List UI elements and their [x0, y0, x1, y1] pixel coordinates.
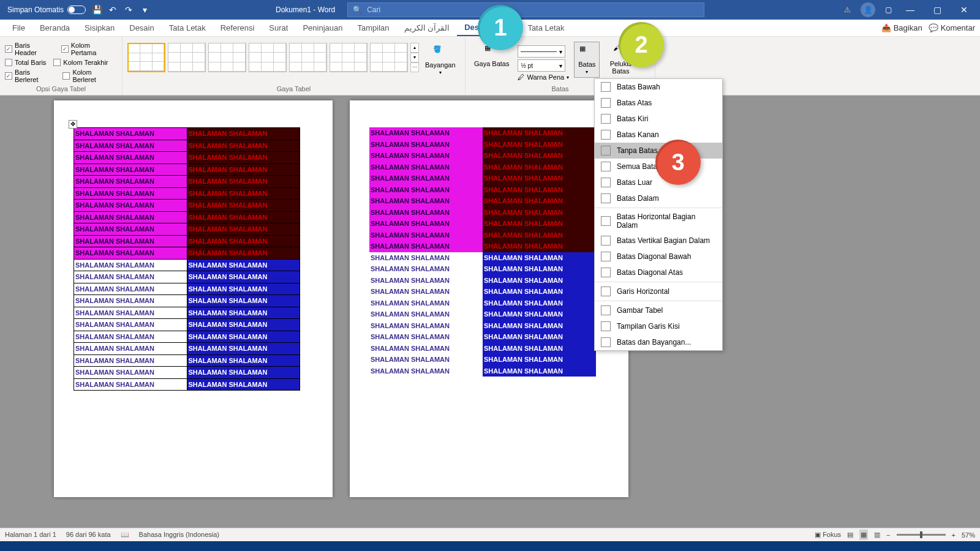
border-option-icon: [601, 252, 611, 261]
pen-color-button[interactable]: 🖊Warna Pena▾: [518, 73, 569, 81]
style-thumb[interactable]: [249, 43, 287, 72]
callout-badge-1: 1: [478, 5, 523, 50]
chk-total-baris[interactable]: Total Baris: [5, 59, 46, 66]
warning-icon[interactable]: ⚠: [844, 6, 851, 14]
save-icon[interactable]: 💾: [92, 5, 102, 15]
toggle-switch-icon[interactable]: [67, 6, 86, 14]
customize-qat-icon[interactable]: ▾: [140, 5, 149, 15]
read-mode-icon[interactable]: ▤: [847, 531, 853, 539]
table-move-handle[interactable]: ✥: [69, 120, 77, 129]
border-option-icon: [601, 287, 611, 296]
dd-item[interactable]: Batas dan Bayangan...: [595, 334, 722, 350]
border-option-icon: [601, 98, 611, 108]
tab-tata-letak[interactable]: Tata Letak: [520, 20, 571, 36]
autosave-label: Simpan Otomatis: [7, 6, 64, 14]
zoom-slider[interactable]: [897, 534, 946, 536]
dd-item[interactable]: Batas Vertikal Bagian Dalam: [595, 233, 722, 249]
comments-button[interactable]: 💬 Komentar: [929, 23, 975, 32]
gallery-up-icon[interactable]: ▴: [410, 43, 419, 53]
autosave-toggle[interactable]: Simpan Otomatis: [7, 6, 86, 14]
tab-surat[interactable]: Surat: [262, 20, 295, 36]
page-indicator[interactable]: Halaman 1 dari 1: [5, 531, 56, 539]
ribbon-display-icon[interactable]: ▢: [885, 6, 892, 14]
zoom-in-icon[interactable]: +: [952, 531, 956, 539]
language-indicator[interactable]: Bahasa Inggris (Indonesia): [139, 531, 219, 539]
share-button[interactable]: 📤 Bagikan: [881, 23, 922, 32]
group-label-styles: Gaya Tabel: [127, 85, 460, 94]
undo-icon[interactable]: ↶: [108, 5, 118, 15]
chk-baris-header[interactable]: Baris Header: [5, 42, 54, 56]
zoom-level[interactable]: 57%: [962, 531, 975, 539]
dd-item[interactable]: Batas Dalam: [595, 190, 722, 206]
chk-kolom-terakhir[interactable]: Kolom Terakhir: [53, 59, 108, 66]
spellcheck-icon[interactable]: 📖: [121, 531, 129, 539]
style-thumb[interactable]: [289, 43, 327, 72]
gallery-more-icon[interactable]: ⋯: [410, 62, 419, 72]
chk-kolom-berleret[interactable]: Kolom Berleret: [62, 69, 117, 83]
account-avatar[interactable]: 👤: [861, 2, 875, 17]
style-thumb[interactable]: [208, 43, 246, 72]
borders-button[interactable]: ▦ Batas▾: [574, 42, 600, 78]
tab-file[interactable]: File: [5, 20, 32, 36]
dd-item[interactable]: Garis Horizontal: [595, 283, 722, 299]
style-thumb[interactable]: [330, 43, 368, 72]
tab-referensi[interactable]: Referensi: [213, 20, 262, 36]
print-layout-icon[interactable]: ▦: [859, 530, 868, 540]
border-option-icon: [601, 130, 611, 140]
dd-item[interactable]: Batas Kiri: [595, 111, 722, 127]
dd-item[interactable]: Batas Kanan: [595, 127, 722, 143]
border-option-icon: [601, 193, 611, 203]
border-option-icon: [601, 321, 611, 331]
maximize-button[interactable]: ▢: [929, 5, 946, 15]
border-option-icon: [601, 178, 611, 187]
dd-item[interactable]: Batas Atas: [595, 95, 722, 111]
focus-mode[interactable]: ▣ Fokus: [815, 531, 841, 539]
tab-sisipkan[interactable]: Sisipkan: [77, 20, 122, 36]
border-option-icon: [601, 162, 611, 171]
dd-item[interactable]: Batas Horizontal Bagian Dalam: [595, 209, 722, 233]
tab-tampilan[interactable]: Tampilan: [350, 20, 397, 36]
page-2: SHALAMAN SHALAMANSHALAMAN SHALAMANSHALAM…: [350, 100, 628, 497]
dd-item[interactable]: Batas Diagonal Bawah: [595, 249, 722, 264]
style-thumb[interactable]: [127, 43, 165, 72]
dd-item[interactable]: Batas Bawah: [595, 79, 722, 95]
table-styles-gallery[interactable]: ▴▾⋯ 🪣 Bayangan▾: [127, 39, 460, 78]
table-1[interactable]: SHALAMAN SHALAMANSHALAMAN SHALAMANSHALAM…: [74, 127, 300, 391]
search-icon: 🔍: [353, 6, 362, 14]
chk-kolom-pertama[interactable]: Kolom Pertama: [61, 42, 117, 56]
document-area: ✥ SHALAMAN SHALAMANSHALAMAN SHALAMANSHAL…: [0, 96, 980, 531]
zoom-out-icon[interactable]: −: [886, 531, 890, 539]
search-placeholder: Cari: [367, 6, 380, 14]
minimize-button[interactable]: —: [902, 5, 919, 15]
shading-button[interactable]: 🪣 Bayangan▾: [421, 43, 459, 78]
status-bar: Halaman 1 dari 1 96 dari 96 kata 📖 Bahas…: [0, 528, 980, 541]
dd-item[interactable]: Tampilan Garis Kisi: [595, 318, 722, 334]
callout-badge-3: 3: [655, 140, 701, 185]
dd-item[interactable]: Gambar Tabel: [595, 302, 722, 318]
word-count[interactable]: 96 dari 96 kata: [66, 531, 111, 539]
border-option-icon: [601, 268, 611, 277]
chk-baris-berleret[interactable]: Baris Berleret: [5, 69, 55, 83]
web-layout-icon[interactable]: ▥: [874, 531, 880, 539]
tab-beranda[interactable]: Beranda: [32, 20, 77, 36]
border-option-icon: [601, 216, 611, 226]
tab-desain[interactable]: Desain: [122, 20, 161, 36]
tab-tata-letak[interactable]: Tata Letak: [162, 20, 213, 36]
pen-weight-combo[interactable]: ½ pt▾: [518, 59, 565, 72]
search-input[interactable]: 🔍 Cari: [347, 2, 704, 17]
border-option-icon: [601, 82, 611, 92]
style-thumb[interactable]: [370, 43, 408, 72]
borders-dropdown: Batas BawahBatas AtasBatas KiriBatas Kan…: [594, 78, 723, 351]
pen-icon: 🖊: [518, 73, 524, 81]
redo-icon[interactable]: ↷: [124, 5, 134, 15]
close-button[interactable]: ✕: [956, 5, 973, 15]
tab-القرآن-الكريم[interactable]: القرآن الكريم: [397, 20, 458, 36]
tab-peninjauan[interactable]: Peninjauan: [295, 20, 350, 36]
group-label-opts: Opsi Gaya Tabel: [5, 85, 117, 94]
style-thumb[interactable]: [168, 43, 206, 72]
table-2[interactable]: SHALAMAN SHALAMANSHALAMAN SHALAMANSHALAM…: [369, 127, 596, 377]
gallery-down-icon[interactable]: ▾: [410, 53, 419, 62]
dd-item[interactable]: Batas Diagonal Atas: [595, 264, 722, 280]
dd-item[interactable]: Batas Luar: [595, 174, 722, 190]
pen-style-combo[interactable]: ▾: [518, 45, 565, 58]
